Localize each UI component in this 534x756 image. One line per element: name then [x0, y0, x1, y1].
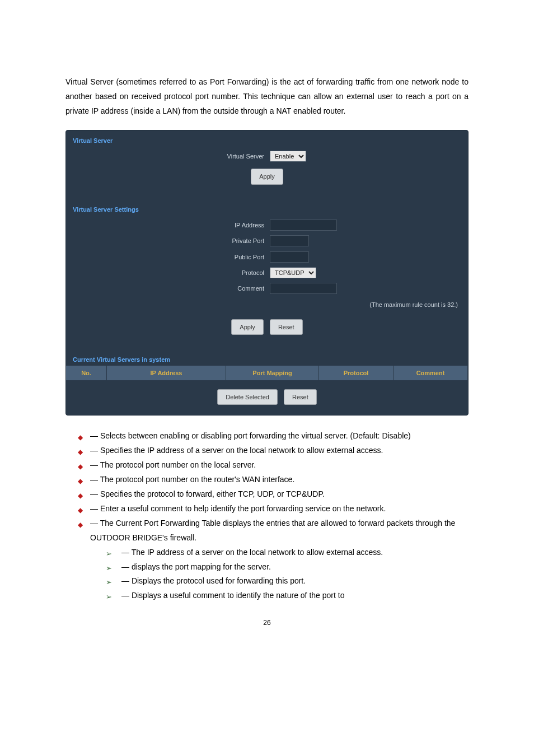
- current-servers-table: No. IP Address Port Mapping Protocol Com…: [66, 366, 468, 380]
- list-item: — The Current Port Forwarding Table disp…: [78, 516, 469, 545]
- list-item: — Specifies the protocol to forward, eit…: [78, 487, 469, 502]
- public-port-input[interactable]: [270, 251, 309, 263]
- list-item: — Selects between enabling or disabling …: [78, 429, 469, 444]
- public-port-label: Public Port: [124, 251, 270, 263]
- list-item: — The protocol port number on the router…: [78, 473, 469, 487]
- virtual-server-select[interactable]: Enable: [270, 151, 306, 162]
- list-item: — displays the port mapping for the serv…: [106, 560, 469, 575]
- delete-selected-button[interactable]: Delete Selected: [217, 389, 278, 405]
- list-item: — Displays a useful comment to identify …: [106, 589, 469, 603]
- intro-paragraph: Virtual Server (sometimes referred to as…: [65, 75, 469, 119]
- apply-button-settings[interactable]: Apply: [231, 319, 264, 335]
- private-port-input[interactable]: [270, 235, 309, 246]
- th-protocol: Protocol: [319, 366, 394, 380]
- list-item: — The protocol port number on the local …: [78, 458, 469, 473]
- ip-address-label: IP Address: [124, 220, 270, 231]
- panel-section-settings: Virtual Server Settings: [66, 199, 468, 215]
- th-comment: Comment: [394, 366, 468, 380]
- reset-button-bottom[interactable]: Reset: [284, 389, 317, 405]
- th-portmap: Port Mapping: [226, 366, 319, 380]
- virtual-server-label: Virtual Server: [124, 151, 270, 162]
- th-no: No.: [66, 366, 107, 380]
- protocol-label: Protocol: [124, 267, 270, 278]
- private-port-label: Private Port: [124, 235, 270, 246]
- page-number: 26: [65, 617, 469, 629]
- panel-section-virtual-server: Virtual Server: [66, 130, 468, 146]
- list-item: — Displays the protocol used for forward…: [106, 574, 469, 589]
- panel-section-current: Current Virtual Servers in system: [66, 349, 468, 365]
- comment-input[interactable]: [270, 283, 337, 294]
- reset-button-settings[interactable]: Reset: [270, 319, 303, 335]
- list-item: — The IP address of a server on the loca…: [106, 545, 469, 560]
- max-rule-hint: (The maximum rule count is 32.): [66, 297, 468, 315]
- apply-button-top[interactable]: Apply: [251, 169, 283, 184]
- protocol-select[interactable]: TCP&UDP: [270, 267, 316, 278]
- list-item: — Specifies the IP address of a server o…: [78, 444, 469, 458]
- virtual-server-panel: Virtual Server Virtual Server Enable App…: [65, 130, 469, 416]
- comment-label: Comment: [124, 283, 270, 294]
- ip-address-input[interactable]: [270, 220, 337, 231]
- list-item: — Enter a useful comment to help identif…: [78, 502, 469, 516]
- th-ip: IP Address: [107, 366, 226, 380]
